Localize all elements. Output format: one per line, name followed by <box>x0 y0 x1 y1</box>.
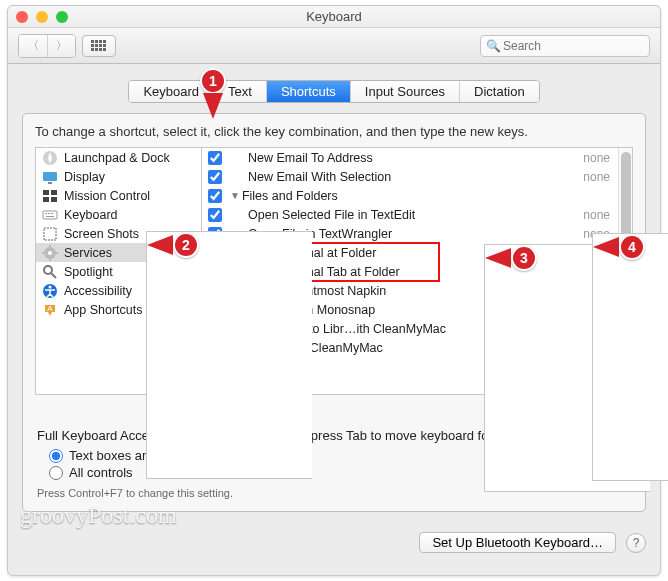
forward-button[interactable]: 〉 <box>47 35 75 57</box>
checkbox[interactable] <box>208 284 222 298</box>
svg-line-32 <box>51 273 56 278</box>
checkbox[interactable] <box>208 151 222 165</box>
svg-rect-22 <box>51 213 53 214</box>
sidebar-item-services[interactable]: Services <box>36 243 201 262</box>
service-row[interactable]: ▼Files and Folders <box>202 186 618 205</box>
shortcut-value[interactable]: none <box>583 322 610 336</box>
screenshot-icon <box>42 226 58 242</box>
tab-shortcuts[interactable]: Shortcuts <box>267 81 351 102</box>
svg-rect-14 <box>48 182 52 184</box>
shortcut-value[interactable]: none <box>583 265 610 279</box>
launchpad-icon <box>42 150 58 166</box>
back-button[interactable]: 〈 <box>19 35 47 57</box>
shortcut-value[interactable]: none <box>583 341 610 355</box>
shortcut-value[interactable]: none <box>583 303 610 317</box>
checkbox[interactable] <box>208 303 222 317</box>
shortcut-value[interactable]: none <box>583 208 610 222</box>
scrollbar[interactable] <box>618 148 632 394</box>
services-list[interactable]: New Email To AddressnoneNew Email With S… <box>202 148 618 394</box>
checkbox[interactable] <box>208 227 222 241</box>
svg-rect-24 <box>44 228 56 240</box>
checkbox[interactable] <box>208 265 222 279</box>
service-row[interactable]: Add to Frontmost Napkinnone <box>202 281 618 300</box>
svg-rect-5 <box>95 44 98 47</box>
help-button[interactable]: ? <box>626 533 646 553</box>
service-row[interactable] <box>202 357 618 376</box>
sidebar-item-app-shortcuts[interactable]: AApp Shortcuts <box>36 300 201 319</box>
service-row[interactable]: New Terminal Tab at Foldernone <box>202 262 618 281</box>
svg-rect-1 <box>95 40 98 43</box>
checkbox[interactable] <box>208 360 222 374</box>
search-field-wrap: 🔍 <box>480 35 650 57</box>
shortcut-value[interactable]: none <box>583 246 610 260</box>
titlebar: Keyboard <box>8 6 660 28</box>
mission-icon <box>42 188 58 204</box>
traffic-lights <box>16 11 68 23</box>
svg-rect-10 <box>99 48 102 51</box>
checkbox[interactable] <box>208 246 222 260</box>
service-row[interactable]: Open File in TextWranglernone <box>202 224 618 243</box>
show-all-button[interactable] <box>82 35 116 57</box>
setup-bluetooth-button[interactable]: Set Up Bluetooth Keyboard… <box>419 532 616 553</box>
sidebar-item-launchpad-dock[interactable]: Launchpad & Dock <box>36 148 201 167</box>
svg-point-34 <box>49 285 52 288</box>
svg-rect-23 <box>46 216 54 217</box>
service-row[interactable]: New Email To Addressnone <box>202 148 618 167</box>
service-row[interactable]: New Email With Selectionnone <box>202 167 618 186</box>
category-list[interactable]: Launchpad & DockDisplayMission ControlKe… <box>35 147 201 395</box>
svg-rect-11 <box>103 48 106 51</box>
services-list-container: New Email To AddressnoneNew Email With S… <box>201 147 633 395</box>
shortcut-value[interactable]: none <box>583 284 610 298</box>
svg-rect-21 <box>48 213 50 214</box>
checkbox[interactable] <box>208 341 222 355</box>
svg-rect-15 <box>43 190 49 195</box>
svg-text:A: A <box>47 304 53 313</box>
keyboard-icon <box>42 207 58 223</box>
service-row[interactable]: New Terminal at Foldernone <box>202 243 618 262</box>
segmented-control: KeyboardTextShortcutsInput SourcesDictat… <box>128 80 539 103</box>
tab-input-sources[interactable]: Input Sources <box>351 81 460 102</box>
service-row[interactable]: Open Selected File in TextEditnone <box>202 205 618 224</box>
svg-rect-4 <box>91 44 94 47</box>
svg-rect-13 <box>43 172 57 181</box>
svg-rect-6 <box>99 44 102 47</box>
search-input[interactable] <box>480 35 650 57</box>
shortcut-value[interactable]: none <box>583 227 610 241</box>
tab-text[interactable]: Text <box>214 81 267 102</box>
scroll-thumb[interactable] <box>621 152 631 262</box>
bottom-bar: Set Up Bluetooth Keyboard… ? <box>8 522 660 563</box>
checkbox[interactable] <box>208 208 222 222</box>
shortcut-value[interactable]: none <box>583 170 610 184</box>
service-row[interactable]: Clean with CleanMyMacnone <box>202 338 618 357</box>
split-view: Launchpad & DockDisplayMission ControlKe… <box>23 147 645 395</box>
keyboard-access-section: Full Keyboard Access: In windows and dia… <box>23 426 645 499</box>
service-row[interactable]: Upload with Monosnapnone <box>202 300 618 319</box>
checkbox[interactable] <box>208 322 222 336</box>
minimize-icon[interactable] <box>36 11 48 23</box>
close-icon[interactable] <box>16 11 28 23</box>
radio-text-boxes[interactable]: Text boxes and lists only <box>49 447 631 464</box>
tab-dictation[interactable]: Dictation <box>460 81 539 102</box>
sidebar-item-display[interactable]: Display <box>36 167 201 186</box>
service-row[interactable]: Clean iPhoto Libr…ith CleanMyMacnone <box>202 319 618 338</box>
checkbox[interactable] <box>208 170 222 184</box>
sidebar-item-mission-control[interactable]: Mission Control <box>36 186 201 205</box>
display-icon <box>42 169 58 185</box>
tab-keyboard[interactable]: Keyboard <box>129 81 214 102</box>
search-icon: 🔍 <box>486 39 501 53</box>
radio-all-controls[interactable]: All controls <box>49 464 631 481</box>
sidebar-item-accessibility[interactable]: Accessibility <box>36 281 201 300</box>
svg-point-26 <box>48 251 52 255</box>
zoom-icon[interactable] <box>56 11 68 23</box>
checkbox[interactable] <box>208 189 222 203</box>
svg-rect-16 <box>51 190 57 195</box>
sidebar-item-screen-shots[interactable]: Screen Shots <box>36 224 201 243</box>
disclosure-triangle-icon[interactable]: ▼ <box>230 190 240 201</box>
svg-point-31 <box>44 266 52 274</box>
restore-defaults-button[interactable]: Restore Defaults <box>508 405 631 426</box>
shortcut-value[interactable]: none <box>583 151 610 165</box>
access-heading: Full Keyboard Access: In windows and dia… <box>37 428 631 443</box>
sidebar-item-spotlight[interactable]: Spotlight <box>36 262 201 281</box>
svg-rect-7 <box>103 44 106 47</box>
sidebar-item-keyboard[interactable]: Keyboard <box>36 205 201 224</box>
